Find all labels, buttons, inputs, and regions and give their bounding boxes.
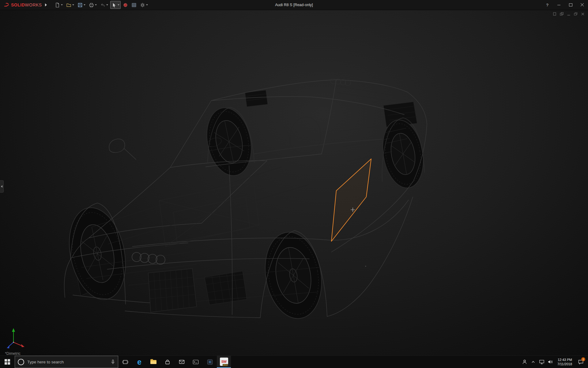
edge-icon: e: [137, 358, 141, 366]
chevron-left-icon: [1, 185, 2, 188]
save-icon: [77, 2, 83, 8]
hidden-icons-button[interactable]: [529, 356, 537, 368]
file-properties-button[interactable]: [130, 1, 138, 9]
media-app-button[interactable]: [203, 356, 217, 368]
chevron-down-icon[interactable]: [95, 4, 97, 6]
minimize-button[interactable]: [553, 0, 565, 10]
store-bag-icon: [165, 359, 170, 365]
chevron-down-icon[interactable]: [72, 4, 74, 6]
minimize-icon: [557, 5, 560, 5]
options-button[interactable]: [139, 1, 149, 9]
rebuild-button[interactable]: [122, 1, 129, 9]
select-arrow-icon: [111, 2, 117, 8]
close-button[interactable]: [576, 0, 588, 10]
document-window-controls: [552, 12, 585, 16]
mail-envelope-icon: [179, 360, 185, 364]
help-button[interactable]: ?: [541, 0, 553, 10]
task-view-button[interactable]: [118, 356, 132, 368]
menu-flyout-icon[interactable]: [45, 3, 47, 6]
titlebar: SOLIDWORKS: [0, 0, 588, 10]
panel-collapse-tab[interactable]: [0, 180, 4, 193]
clock-date: 7/11/2018: [557, 362, 572, 366]
chevron-down-icon[interactable]: [118, 4, 119, 6]
orientation-triad: [2, 324, 29, 351]
command-prompt-button[interactable]: [189, 356, 203, 368]
system-tray: 12:43 PM 7/11/2018 2: [521, 356, 588, 368]
solidworks-glyph: SW: [221, 360, 227, 363]
open-icon: [66, 2, 71, 8]
rebuild-icon: [123, 2, 128, 8]
edge-button[interactable]: e: [132, 356, 146, 368]
clock[interactable]: 12:43 PM 7/11/2018: [555, 358, 575, 366]
speaker-icon: [548, 359, 553, 364]
network-icon: [539, 359, 545, 364]
view-orientation-label: *Dimetric: [5, 351, 21, 356]
screen: SOLIDWORKS: [0, 0, 588, 368]
network-button[interactable]: [538, 356, 546, 368]
wireframe-car-model: [61, 78, 428, 323]
solidworks-app-icon: SW 2017: [220, 358, 228, 366]
search-input[interactable]: [27, 359, 108, 365]
tile-windows-icon[interactable]: [560, 12, 564, 16]
taskbar: e: [0, 355, 588, 368]
file-explorer-icon: [150, 360, 156, 364]
chevron-up-icon: [531, 360, 535, 364]
window-controls: ?: [541, 0, 588, 10]
store-button[interactable]: [160, 356, 175, 368]
mail-button[interactable]: [175, 356, 189, 368]
microphone-icon[interactable]: [111, 359, 115, 365]
action-center-button[interactable]: 2: [575, 356, 586, 368]
maximize-button[interactable]: [565, 0, 576, 10]
doc-close-icon[interactable]: [581, 12, 585, 16]
ds-logo-icon: [3, 2, 10, 7]
document-title: Audi R8 S [Read-only]: [275, 0, 313, 10]
new-document-button[interactable]: [54, 1, 64, 9]
solidworks-year-badge: 2017: [223, 364, 228, 366]
quick-access-toolbar: [54, 1, 149, 9]
volume-button[interactable]: [546, 356, 554, 368]
file-explorer-button[interactable]: [146, 356, 160, 368]
chevron-down-icon[interactable]: [61, 4, 63, 6]
command-prompt-icon: [193, 359, 199, 365]
people-button[interactable]: [521, 356, 529, 368]
doc-restore-icon[interactable]: [574, 12, 578, 16]
doc-window-icon[interactable]: [552, 12, 557, 16]
cortana-icon: [18, 359, 24, 365]
chevron-down-icon[interactable]: [106, 4, 108, 6]
help-label: ?: [546, 3, 548, 7]
open-button[interactable]: [65, 1, 75, 9]
print-icon: [89, 2, 94, 8]
3d-model-view[interactable]: [0, 10, 588, 356]
file-properties-icon: [131, 2, 137, 8]
start-button[interactable]: [0, 356, 15, 368]
logo-text-bold: SOLID: [11, 2, 25, 7]
windows-logo-icon: [5, 359, 10, 365]
close-icon: [580, 3, 584, 7]
new-document-icon: [55, 2, 60, 8]
logo-text-light: WORKS: [25, 2, 42, 7]
chevron-down-icon[interactable]: [146, 4, 148, 6]
solidworks-taskbar-button[interactable]: SW 2017: [217, 356, 231, 368]
graphics-area[interactable]: *Dimetric: [0, 10, 588, 356]
solidworks-logo: SOLIDWORKS: [0, 2, 42, 8]
select-tool-button[interactable]: [110, 1, 121, 9]
save-button[interactable]: [76, 1, 87, 9]
notification-badge: 2: [581, 357, 585, 361]
undo-icon: [100, 2, 105, 8]
task-view-icon: [122, 360, 128, 364]
gear-icon: [140, 2, 145, 8]
taskbar-search[interactable]: [15, 356, 118, 368]
people-icon: [522, 359, 527, 365]
print-button[interactable]: [88, 1, 98, 9]
media-app-icon: [207, 359, 213, 365]
undo-button[interactable]: [99, 1, 109, 9]
clock-time: 12:43 PM: [558, 358, 572, 362]
chevron-down-icon[interactable]: [84, 4, 85, 6]
maximize-icon: [569, 3, 572, 6]
doc-minimize-icon[interactable]: [567, 12, 571, 16]
